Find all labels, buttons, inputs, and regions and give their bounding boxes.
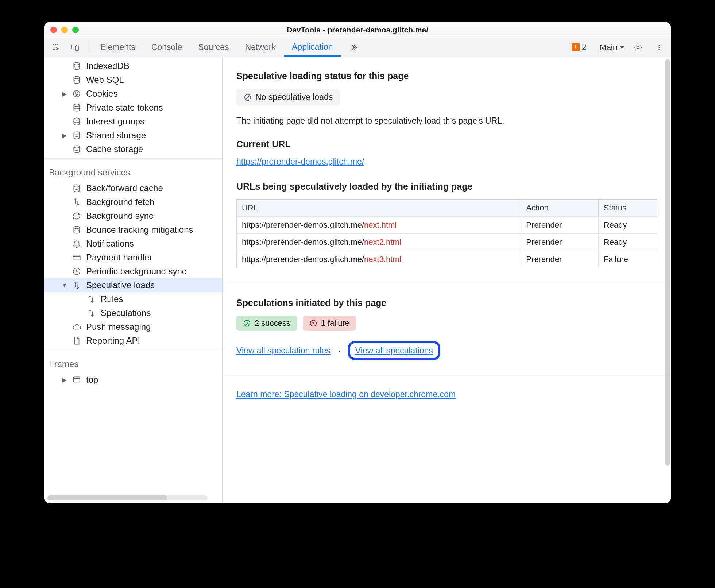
loaded-heading: URLs being speculatively loaded by the i… (236, 181, 657, 192)
sidebar-item-periodic-background-sync[interactable]: ▶Periodic background sync (44, 264, 222, 278)
zoom-window[interactable] (72, 27, 79, 33)
svg-rect-23 (73, 377, 80, 382)
frames-label: Frames (44, 352, 222, 373)
sidebar-item-push-messaging[interactable]: ▶Push messaging (44, 320, 222, 334)
svg-point-11 (77, 92, 78, 93)
cell-status: Failure (598, 251, 657, 268)
cell-url: https://prerender-demos.glitch.me/next3.… (237, 251, 521, 268)
tab-sources[interactable]: Sources (190, 38, 237, 57)
table-row[interactable]: https://prerender-demos.glitch.me/next3.… (237, 251, 657, 268)
issues-counter[interactable]: ! 2 (572, 43, 586, 52)
sidebar-item-interest-groups[interactable]: ▶Interest groups (44, 115, 222, 128)
view-rules-link[interactable]: View all speculation rules (236, 346, 331, 355)
svg-point-10 (75, 93, 76, 93)
tab-application[interactable]: Application (284, 38, 341, 57)
bell-icon (72, 239, 82, 249)
svg-rect-20 (73, 255, 80, 260)
devtools-toolbar: Elements Console Sources Network Applica… (44, 38, 671, 57)
sidebar-item-top[interactable]: ▶top (44, 373, 222, 387)
db-icon (72, 102, 82, 113)
inspect-icon[interactable] (48, 38, 64, 57)
tab-network[interactable]: Network (237, 38, 284, 57)
tab-console[interactable]: Console (143, 38, 190, 57)
device-toggle-icon[interactable] (67, 38, 83, 57)
sidebar-item-payment-handler[interactable]: ▶Payment handler (44, 251, 222, 264)
sidebar-item-bounce-tracking-mitigations[interactable]: ▶Bounce tracking mitigations (44, 223, 222, 237)
sidebar-item-label: Payment handler (86, 252, 152, 263)
sidebar-item-label: Speculations (101, 308, 151, 318)
failure-badge: 1 failure (303, 316, 356, 331)
db-icon (72, 225, 82, 235)
cell-url: https://prerender-demos.glitch.me/next2.… (237, 234, 521, 251)
arrow-right-icon[interactable]: ▶ (62, 90, 67, 97)
main-scrollbar[interactable] (665, 59, 670, 501)
sidebar-item-private-state-tokens[interactable]: ▶Private state tokens (44, 101, 222, 115)
sidebar-item-label: Background sync (86, 211, 153, 221)
window-title: DevTools - prerender-demos.glitch.me/ (44, 26, 671, 34)
sidebar-item-notifications[interactable]: ▶Notifications (44, 237, 222, 251)
view-speculations-link[interactable]: View all speculations (355, 346, 433, 355)
svg-point-7 (74, 62, 79, 65)
sidebar-item-indexeddb[interactable]: ▶IndexedDB (44, 59, 222, 73)
cell-status: Ready (598, 217, 657, 234)
panel-tabs: Elements Console Sources Network Applica… (92, 38, 367, 57)
close-window[interactable] (50, 27, 57, 33)
dot-separator: · (338, 345, 341, 355)
arrow-down-icon[interactable]: ▼ (62, 282, 67, 289)
table-row[interactable]: https://prerender-demos.glitch.me/next2.… (237, 234, 657, 251)
sidebar-item-label: Interest groups (86, 116, 144, 127)
sidebar-item-rules[interactable]: ▶Rules (44, 292, 222, 306)
success-badge: 2 success (236, 316, 297, 331)
db-icon (72, 116, 82, 127)
sidebar-item-web-sql[interactable]: ▶Web SQL (44, 73, 222, 87)
col-status[interactable]: Status (598, 200, 657, 217)
updown-icon (72, 280, 82, 290)
sidebar-item-speculations[interactable]: ▶Speculations (44, 306, 222, 320)
sidebar-item-label: Private state tokens (86, 102, 163, 113)
warning-badge-icon: ! (572, 43, 580, 51)
sidebar-item-cookies[interactable]: ▶Cookies (44, 87, 222, 101)
main-content[interactable]: Speculative loading status for this page… (223, 57, 671, 503)
sidebar-item-back-forward-cache[interactable]: ▶Back/forward cache (44, 181, 222, 195)
table-row[interactable]: https://prerender-demos.glitch.me/next.h… (237, 217, 657, 234)
updown-icon (86, 294, 96, 304)
col-action[interactable]: Action (521, 200, 598, 217)
settings-icon[interactable] (630, 43, 646, 52)
db-icon (72, 144, 82, 154)
more-tabs-icon[interactable] (341, 38, 367, 57)
sidebar-item-label: Background fetch (86, 197, 154, 207)
col-url[interactable]: URL (237, 200, 521, 217)
tab-elements[interactable]: Elements (92, 38, 143, 57)
svg-line-26 (246, 95, 250, 99)
sidebar-item-reporting-api[interactable]: ▶Reporting API (44, 334, 222, 348)
chevron-down-icon (619, 46, 625, 49)
kebab-menu-icon[interactable] (652, 43, 667, 51)
target-selector[interactable]: Main (600, 43, 625, 52)
sidebar-item-speculative-loads[interactable]: ▼Speculative loads (44, 278, 222, 292)
sidebar-item-background-fetch[interactable]: ▶Background fetch (44, 195, 222, 209)
updown-icon (72, 197, 82, 207)
learn-more-link[interactable]: Learn more: Speculative loading on devel… (236, 390, 456, 399)
sidebar-item-background-sync[interactable]: ▶Background sync (44, 209, 222, 223)
cloud-icon (72, 322, 82, 332)
minimize-window[interactable] (61, 27, 68, 33)
sidebar-hscrollbar[interactable] (47, 495, 208, 500)
sidebar-item-label: Reporting API (86, 336, 140, 346)
arrow-right-icon[interactable]: ▶ (62, 132, 67, 139)
svg-point-4 (658, 44, 660, 46)
cookie-icon (72, 89, 82, 99)
sidebar-item-shared-storage[interactable]: ▶Shared storage (44, 128, 222, 142)
svg-point-14 (74, 104, 79, 107)
application-sidebar[interactable]: ▶IndexedDB▶Web SQL▶Cookies▶Private state… (44, 57, 223, 503)
svg-rect-2 (76, 46, 78, 51)
speculative-urls-table: URLActionStatus https://prerender-demos.… (236, 199, 657, 268)
svg-point-19 (74, 226, 79, 229)
db-icon (72, 75, 82, 85)
svg-point-5 (658, 47, 660, 48)
current-url-heading: Current URL (236, 139, 657, 150)
sidebar-item-label: Speculative loads (86, 280, 155, 290)
sidebar-item-cache-storage[interactable]: ▶Cache storage (44, 142, 222, 156)
frame-icon (72, 375, 82, 385)
current-url-link[interactable]: https://prerender-demos.glitch.me/ (236, 157, 364, 166)
arrow-right-icon[interactable]: ▶ (62, 376, 67, 383)
